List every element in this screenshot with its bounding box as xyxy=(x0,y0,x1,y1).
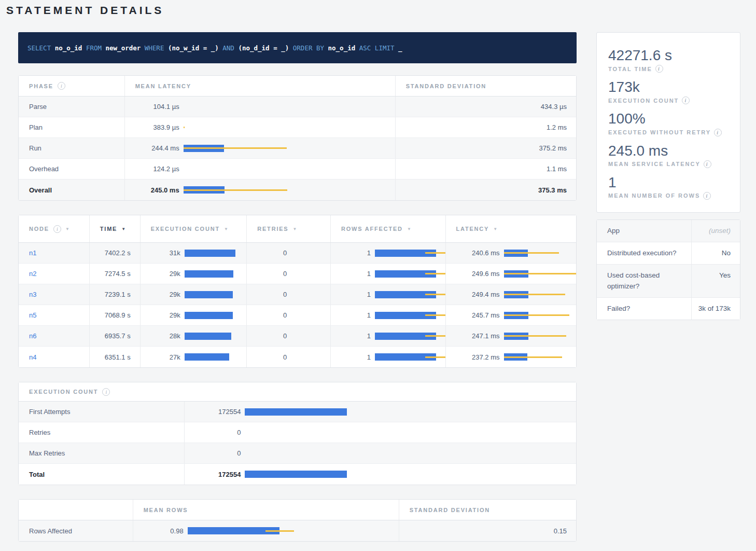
sort-icon[interactable]: ▼ xyxy=(121,227,125,231)
execution-count-value: 31k xyxy=(151,249,180,257)
latency-value: 247.1 ms xyxy=(456,332,500,340)
retries-column-header[interactable]: RETRIES ▼ xyxy=(247,215,331,242)
phase-label: Overall xyxy=(29,186,52,194)
execution-count-column-header[interactable]: EXECUTION COUNT ▼ xyxy=(141,215,247,242)
stddev-line xyxy=(184,189,287,191)
row-max-retries: Max Retries 0 xyxy=(19,443,576,464)
mean-latency-value: 245.0 ms xyxy=(135,186,179,194)
phase-label: Parse xyxy=(29,103,47,111)
rows-affected-table: MEAN ROWS STANDARD DEVIATION Rows Affect… xyxy=(18,499,577,542)
latency-bar-chart xyxy=(504,353,576,361)
rows-affected-value: 1 xyxy=(341,311,371,319)
row-label: Total xyxy=(29,471,45,478)
count-bar-chart xyxy=(245,450,347,457)
mean-bar xyxy=(185,250,235,257)
node-column-header[interactable]: NODE i ▼ xyxy=(19,215,90,242)
node-row-n2: n2 7274.5 s 29k 0 1 249.6 ms xyxy=(19,264,576,284)
stddev-line xyxy=(265,530,293,532)
stddev-line xyxy=(425,294,445,295)
sql-keyword: SELECT xyxy=(27,44,55,52)
std-dev-value: 375.2 ms xyxy=(539,144,567,152)
rows-affected-value: 1 xyxy=(341,332,371,340)
mean-bar xyxy=(185,270,233,278)
phase-latency-table: PHASE i MEAN LATENCY STANDARD DEVIATION … xyxy=(18,75,577,201)
node-info-icon[interactable]: i xyxy=(53,225,61,233)
execution-count-info-icon[interactable]: i xyxy=(102,388,110,396)
node-link[interactable]: n3 xyxy=(29,291,36,298)
info-icon[interactable]: i xyxy=(703,192,711,200)
std-dev-value: 0.15 xyxy=(554,527,567,535)
execution-count-bar-chart xyxy=(185,270,235,278)
info-icon[interactable]: i xyxy=(704,160,711,168)
std-deviation-column-header: STANDARD DEVIATION xyxy=(396,76,576,96)
attr-row-distributed-execution: Distributed execution? No xyxy=(597,242,740,265)
rows-affected-value: 1 xyxy=(341,249,371,257)
latency-value: 237.2 ms xyxy=(456,353,500,361)
sql-keyword: WHERE xyxy=(141,44,168,52)
stat-executed-without-retry: 100% EXECUTED WITHOUT RETRYi xyxy=(608,111,729,136)
stat-execution-count: 173k EXECUTION COUNTi xyxy=(608,79,729,104)
statement-attributes-panel: App (unset) Distributed execution? No Us… xyxy=(596,219,740,320)
execution-count-value: 28k xyxy=(151,332,180,340)
count-bar-chart xyxy=(245,471,347,478)
page-title: STATEMENT DETAILS xyxy=(6,4,740,17)
node-row-n4: n4 6351.1 s 27k 0 1 237.2 ms xyxy=(19,347,576,367)
node-link[interactable]: n2 xyxy=(29,270,36,278)
node-link[interactable]: n4 xyxy=(29,353,36,361)
stat-mean-number-of-rows: 1 MEAN NUMBER OF ROWSi xyxy=(608,174,729,200)
sort-icon[interactable]: ▼ xyxy=(293,227,297,231)
node-link[interactable]: n1 xyxy=(29,249,36,257)
sql-keyword: AND xyxy=(219,44,239,52)
execution-count-bar-chart xyxy=(185,312,235,319)
stddev-line xyxy=(425,273,445,274)
sort-icon[interactable]: ▼ xyxy=(224,227,228,231)
node-stats-table: NODE i ▼ TIME ▼ EXECUTION COUNT ▼ RETRIE… xyxy=(18,215,577,368)
mean-rows-value: 0.98 xyxy=(144,527,184,535)
time-value: 6935.7 s xyxy=(105,332,131,340)
info-icon[interactable]: i xyxy=(655,65,663,73)
row-first-attempts: First Attempts 172554 xyxy=(19,402,576,422)
latency-bar-chart xyxy=(184,186,287,194)
stddev-line xyxy=(425,252,445,254)
rows-affected-bar-chart xyxy=(375,250,446,257)
sort-icon[interactable]: ▼ xyxy=(65,227,69,231)
row-label: Retries xyxy=(29,429,50,436)
mean-bar xyxy=(185,333,231,340)
sort-icon[interactable]: ▼ xyxy=(493,227,497,231)
node-link[interactable]: n6 xyxy=(29,332,36,340)
rows-affected-column-header[interactable]: ROWS AFFECTED ▼ xyxy=(331,215,446,242)
info-icon[interactable]: i xyxy=(714,129,722,136)
table-row-parse: Parse 104.1 µs 434.3 µs xyxy=(19,97,576,117)
time-column-header[interactable]: TIME ▼ xyxy=(90,215,141,242)
retries-value: 0 xyxy=(257,332,287,340)
stddev-line xyxy=(184,147,287,149)
node-link[interactable]: n5 xyxy=(29,311,36,319)
std-dev-value: 1.1 ms xyxy=(547,165,567,173)
sql-keyword: FROM xyxy=(82,44,105,52)
rows-affected-value: 1 xyxy=(341,353,371,361)
std-dev-value: 375.3 ms xyxy=(538,186,567,194)
phase-column-header: PHASE i xyxy=(19,76,125,96)
latency-value: 240.6 ms xyxy=(456,249,500,257)
row-label: Max Retries xyxy=(29,449,65,457)
attr-label: Failed? xyxy=(597,298,692,320)
execution-count-table: EXECUTION COUNT i First Attempts 172554 … xyxy=(18,382,577,485)
phase-info-icon[interactable]: i xyxy=(58,82,65,90)
stat-mean-service-latency: 245.0 ms MEAN SERVICE LATENCYi xyxy=(608,143,729,168)
retries-value: 0 xyxy=(257,270,287,278)
latency-value: 249.6 ms xyxy=(456,270,500,278)
time-value: 7402.2 s xyxy=(105,249,131,257)
attr-value: Yes xyxy=(692,265,740,297)
mean-bar xyxy=(245,471,347,478)
rows-affected-bar-chart xyxy=(375,291,446,298)
info-icon[interactable]: i xyxy=(682,97,690,104)
sort-icon[interactable]: ▼ xyxy=(407,227,411,231)
latency-column-header[interactable]: LATENCY ▼ xyxy=(446,215,577,242)
stat-total-time: 42271.6 s TOTAL TIMEi xyxy=(608,47,729,73)
rows-affected-bar-chart xyxy=(375,270,446,278)
stddev-line xyxy=(504,252,559,254)
attr-value: No xyxy=(692,242,740,264)
execution-count-bar-chart xyxy=(185,333,235,340)
std-dev-value: 434.3 µs xyxy=(541,103,567,111)
execution-count-value: 29k xyxy=(151,311,180,319)
